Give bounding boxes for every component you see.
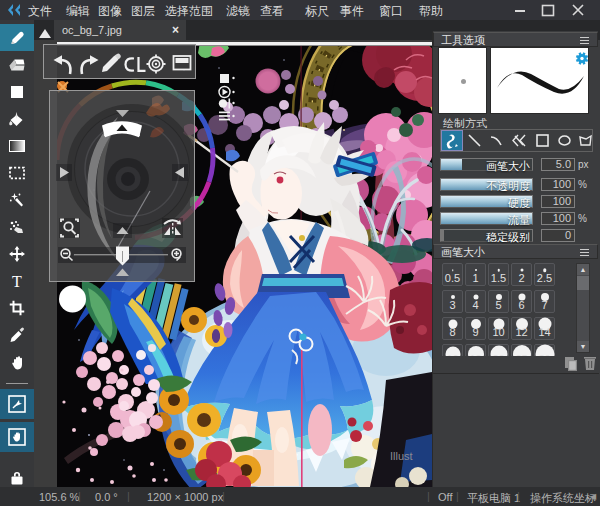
svg-text:T: T xyxy=(12,273,22,288)
svg-text:Illust: Illust xyxy=(390,450,413,462)
